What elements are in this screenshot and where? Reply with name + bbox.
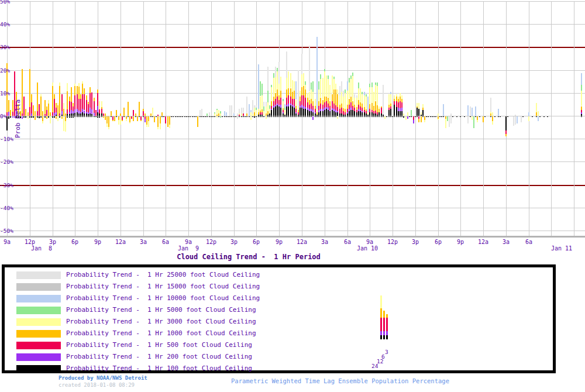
bar-segment — [375, 82, 376, 85]
bar-segment — [180, 116, 181, 117]
gridline-v — [211, 1, 212, 236]
bar-segment — [8, 100, 9, 112]
bar-segment — [371, 103, 373, 110]
bar-segment — [154, 116, 155, 122]
bar-segment — [59, 86, 60, 114]
bar-segment — [57, 116, 58, 121]
bar-segment — [150, 116, 152, 117]
bar-segment — [273, 108, 274, 116]
bar-segment — [69, 116, 70, 118]
bar-segment — [146, 116, 147, 125]
bar-segment — [246, 116, 247, 117]
bar-segment — [71, 116, 72, 118]
bar-segment — [378, 109, 380, 112]
bar-segment — [275, 67, 276, 77]
bar-segment — [364, 95, 365, 107]
bar-segment — [401, 111, 402, 116]
bar-segment — [438, 119, 439, 120]
bar-segment — [301, 87, 302, 95]
bar-segment — [318, 116, 319, 117]
bar-segment — [295, 112, 297, 114]
bar-segment — [324, 108, 325, 110]
bar-segment — [312, 92, 314, 101]
bar-segment — [44, 116, 46, 118]
bar-segment — [335, 105, 336, 110]
bar-segment — [277, 97, 278, 104]
bar-segment — [157, 116, 159, 127]
bar-segment — [56, 103, 57, 108]
bar-segment — [56, 108, 57, 112]
bar-segment — [263, 102, 264, 106]
bar-segment — [490, 98, 491, 112]
bar-segment — [122, 120, 123, 121]
bar-segment — [199, 110, 201, 116]
bar-segment — [303, 73, 304, 86]
bar-segment — [411, 110, 412, 116]
bar-segment — [311, 90, 312, 99]
bar-segment — [52, 82, 53, 86]
bar-segment — [144, 119, 146, 122]
bar-segment — [152, 116, 153, 117]
bar-segment — [267, 111, 269, 115]
bar-segment — [292, 106, 293, 116]
bar-segment — [128, 116, 129, 117]
x-tick-label: 12p — [25, 239, 35, 245]
bar-segment — [547, 116, 548, 117]
bar-segment — [120, 116, 121, 125]
bar-segment — [263, 116, 264, 117]
bar-segment — [366, 111, 367, 114]
bar-segment — [315, 99, 316, 106]
bar-segment — [339, 104, 340, 109]
bar-segment — [91, 114, 92, 116]
bar-segment — [190, 116, 191, 117]
bar-segment — [341, 92, 342, 104]
bar-segment — [333, 109, 335, 111]
bar-segment — [366, 97, 367, 109]
gridline-v — [98, 1, 98, 236]
trend-bar-segment — [380, 318, 382, 331]
bar-segment — [131, 116, 132, 119]
bar-segment — [311, 109, 312, 111]
bar-segment — [362, 116, 363, 117]
bar-segment — [201, 116, 202, 117]
bar-segment — [94, 116, 95, 117]
bar-segment — [61, 94, 63, 111]
bar-segment — [350, 102, 352, 108]
bar-segment — [335, 112, 336, 116]
bar-segment — [167, 116, 168, 127]
bar-segment — [360, 88, 361, 102]
bar-segment — [343, 116, 344, 117]
bar-segment — [366, 114, 367, 116]
bar-segment — [165, 116, 166, 123]
bar-segment — [91, 116, 92, 117]
bar-segment — [318, 105, 319, 110]
trend-bar-segment — [386, 335, 388, 339]
bar-segment — [209, 116, 210, 117]
bar-segment — [398, 102, 399, 108]
bar-segment — [475, 116, 476, 117]
bar-segment — [316, 112, 318, 115]
bar-segment — [111, 116, 112, 117]
bar-segment — [388, 116, 390, 117]
bar-segment — [324, 71, 325, 97]
trend-hour-label: 3 — [385, 349, 388, 355]
bar-segment — [328, 79, 329, 97]
x-tick-label: 3a — [140, 239, 147, 245]
bar-segment — [84, 88, 85, 94]
bar-segment — [303, 109, 304, 116]
bar-segment — [44, 100, 46, 114]
bar-segment — [260, 97, 261, 111]
bar-segment — [241, 116, 242, 117]
bar-segment — [82, 81, 83, 84]
bar-segment — [418, 103, 419, 109]
bar-segment — [339, 109, 340, 114]
bar-segment — [388, 110, 390, 116]
plot-area — [0, 0, 585, 252]
bar-segment — [261, 116, 263, 117]
bar-segment — [286, 78, 287, 90]
legend-swatch — [16, 318, 61, 326]
bar-segment — [352, 116, 353, 117]
bar-segment — [23, 116, 25, 118]
bar-segment — [67, 109, 68, 114]
bar-segment — [216, 115, 218, 116]
